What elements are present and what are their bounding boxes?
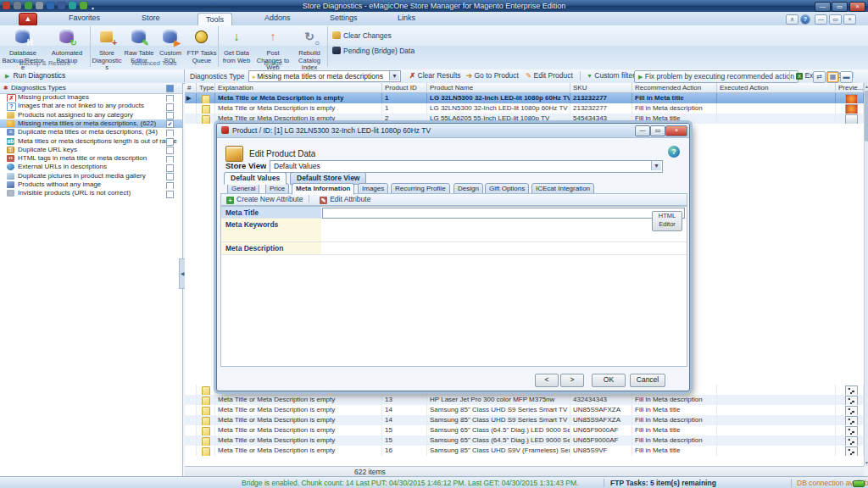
sidebar-item-invisible-products[interactable]: ◌ Invisible products (URL is not correct…: [0, 189, 182, 197]
table-row[interactable]: Meta Title or Meta Description is empty …: [185, 405, 864, 415]
checkbox[interactable]: [166, 156, 174, 164]
create-attribute-button[interactable]: +Create New Attribute: [221, 195, 303, 203]
scrollbar-thumb[interactable]: [865, 91, 868, 141]
mdi-restore-icon[interactable]: ▭: [829, 14, 842, 25]
tab-meta-information[interactable]: Meta Information: [292, 183, 354, 195]
sidebar-item-duplicate-url[interactable]: ⚿ Duplicate URL keys: [0, 146, 182, 154]
next-button[interactable]: >: [560, 374, 584, 387]
mdi-minimize-icon[interactable]: —: [815, 14, 827, 25]
sidebar-item-meta-length[interactable]: ab Meta titles or meta descriptions leng…: [0, 137, 182, 146]
edit-product-button[interactable]: ✎ Edit Product: [522, 70, 576, 81]
col-explanation[interactable]: Explanation: [215, 83, 382, 93]
col-type[interactable]: Type: [197, 83, 215, 93]
run-diagnostics-header[interactable]: ▶Run Diagnostics: [0, 69, 185, 82]
tab-favorites[interactable]: Favorites: [61, 12, 108, 25]
col-executed-action[interactable]: Executed Action: [717, 83, 836, 93]
vertical-scrollbar[interactable]: ▲ ▼: [864, 83, 868, 466]
col-row-indicator[interactable]: #: [185, 83, 197, 93]
fit-columns-icon[interactable]: ⇄: [813, 71, 826, 83]
table-row[interactable]: ▶ Meta Title or Meta Description is empt…: [185, 93, 864, 103]
dialog-maximize-icon[interactable]: ▭: [650, 125, 665, 136]
col-sku[interactable]: SKU: [570, 83, 632, 93]
product-thumbnail: [845, 436, 858, 446]
help-icon[interactable]: ?: [668, 146, 680, 158]
store-view-dropdown[interactable]: Default Values ▼: [270, 160, 663, 173]
meta-description-input[interactable]: [321, 242, 687, 255]
table-row[interactable]: Meta Title or Meta Description is empty …: [185, 446, 864, 456]
checkbox[interactable]: [166, 130, 174, 137]
clear-results-button[interactable]: ✗ Clear Results: [406, 70, 465, 81]
sidebar-item-external-urls[interactable]: External URLs in descriptions: [0, 163, 182, 171]
sidebar-item-unlinked-images[interactable]: ? Images that are not linked to any prod…: [0, 102, 182, 110]
table-row[interactable]: Meta Title or Meta Description is empty …: [185, 415, 864, 425]
help-icon[interactable]: ?: [800, 14, 810, 25]
checkbox[interactable]: [166, 191, 174, 198]
dialog-minimize-icon[interactable]: —: [635, 125, 650, 136]
type-cell: [197, 446, 215, 456]
dialog-close-icon[interactable]: ×: [665, 125, 687, 136]
grid-view-icon[interactable]: ▦: [826, 71, 839, 83]
sidebar-item-html-tags[interactable]: ‹› HTML tags in meta title or meta descr…: [0, 154, 182, 163]
col-product-id[interactable]: Product ID: [382, 83, 427, 93]
mdi-close-icon[interactable]: ×: [843, 14, 856, 25]
prev-button[interactable]: <: [535, 374, 559, 387]
meta-title-input[interactable]: [322, 208, 685, 219]
scroll-down-icon[interactable]: ▼: [865, 459, 868, 466]
meta-keywords-input[interactable]: [321, 219, 687, 242]
sidebar-item-no-category[interactable]: Products not assigned to any category: [0, 111, 182, 119]
go-to-product-button[interactable]: ➔ Go to Product: [463, 70, 522, 81]
checkbox[interactable]: [166, 112, 174, 119]
app-menu-button[interactable]: ▲: [19, 13, 37, 26]
cancel-button[interactable]: Cancel: [630, 374, 665, 387]
checkbox[interactable]: [166, 147, 174, 154]
ribbon-group-advanced: + Store Diagnostics ✎ Raw Table Editor ▶…: [91, 26, 219, 67]
maximize-button[interactable]: ▭: [832, 2, 848, 12]
scroll-up-icon[interactable]: ▲: [865, 83, 868, 90]
html-editor-button[interactable]: HTML Editor: [652, 211, 682, 231]
tab-tools[interactable]: Tools: [198, 13, 232, 26]
meta-form: Meta Title Meta Keywords Meta Descriptio…: [220, 206, 687, 367]
col-product-name[interactable]: Product Name: [427, 83, 570, 93]
sidebar-item-missing-meta[interactable]: Missing meta titles or meta descriptions…: [0, 119, 182, 128]
close-button[interactable]: ×: [849, 2, 865, 12]
filter-icon: ▼: [587, 73, 593, 79]
clear-changes-button[interactable]: Clear Changes: [332, 29, 442, 42]
select-all-checkbox[interactable]: [166, 85, 174, 92]
col-recommended-action[interactable]: Recommended Action: [632, 83, 717, 93]
edit-attribute-button[interactable]: ✎Edit Attribute: [314, 195, 370, 203]
checkbox-checked[interactable]: ✓: [166, 120, 174, 128]
panel-view-icon[interactable]: ▬: [840, 71, 853, 83]
ribbon-group-label: Backup & Restore: [0, 59, 90, 67]
collapse-ribbon-icon[interactable]: ∧: [786, 14, 798, 25]
ok-button[interactable]: OK: [592, 374, 626, 387]
checkbox[interactable]: [166, 95, 174, 103]
pending-bridge-data-button[interactable]: Pending (Bridge) Data: [332, 44, 442, 58]
tab-store[interactable]: Store: [134, 12, 168, 25]
checkbox[interactable]: [166, 182, 174, 190]
checkbox[interactable]: [166, 103, 174, 111]
dialog-title-bar[interactable]: Product / ID: [1] LG 32LN5300 32-Inch LE…: [217, 124, 689, 138]
ribbon-group-label: Bridge: [219, 59, 327, 67]
col-preview[interactable]: Previe...: [836, 83, 864, 93]
table-row[interactable]: Meta Title or Meta Description is empty …: [185, 425, 864, 435]
tab-settings[interactable]: Settings: [322, 12, 365, 25]
checkbox[interactable]: [166, 173, 174, 180]
globe-icon: [7, 164, 14, 170]
table-row[interactable]: Meta Title or Meta Description is empty …: [185, 395, 864, 405]
tab-default-values[interactable]: Default Values: [224, 172, 287, 185]
sidebar-item-no-image[interactable]: Products without any image: [0, 180, 182, 189]
sidebar-item-duplicate-meta[interactable]: ≡ Duplicate meta titles or meta descript…: [0, 128, 182, 136]
minimize-button[interactable]: —: [815, 2, 831, 12]
table-row[interactable]: Meta Title or Meta Description is empty …: [185, 435, 864, 446]
fix-problem-button[interactable]: ▶ Fix problem by executing recommended a…: [634, 70, 798, 83]
checkbox[interactable]: [166, 164, 174, 172]
diagnostics-type-dropdown[interactable]: ●Missing meta titles or meta description…: [248, 70, 401, 82]
tab-links[interactable]: Links: [390, 12, 423, 25]
table-row[interactable]: Meta Title or Meta Description is empty …: [185, 103, 864, 114]
checkbox[interactable]: [166, 138, 174, 146]
custom-filter-button[interactable]: ▼ Custom filter: [583, 70, 638, 81]
upload-arrow-icon: ↑: [264, 29, 282, 46]
sidebar-item-duplicate-pictures[interactable]: Duplicate pictures in product media gall…: [0, 172, 182, 180]
sidebar-item-missing-product-images[interactable]: ✗ Missing product images: [0, 93, 182, 102]
tab-addons[interactable]: Addons: [257, 12, 298, 25]
